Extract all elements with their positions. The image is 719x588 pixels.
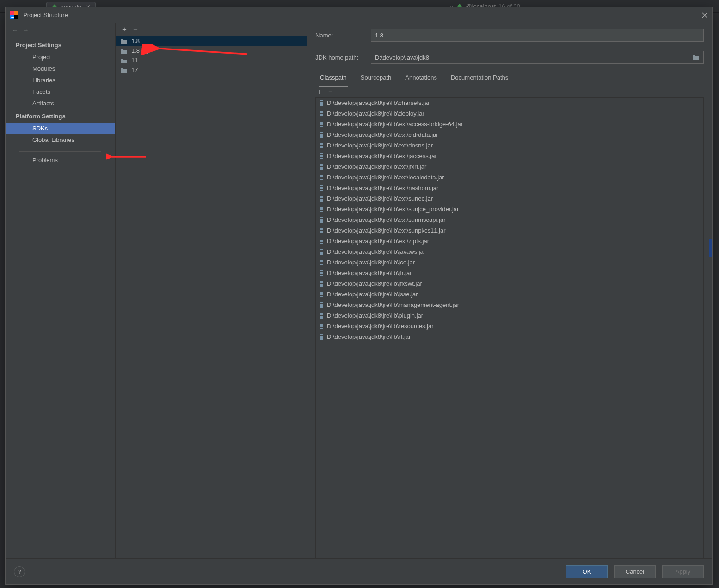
svg-rect-91 [320, 326, 323, 326]
sdk-item[interactable]: 11 [116, 55, 307, 65]
classpath-row[interactable]: D:\develop\java\jdk8\jre\lib\ext\sunec.j… [316, 193, 703, 204]
add-classpath-icon[interactable] [317, 88, 322, 96]
classpath-path: D:\develop\java\jdk8\jre\lib\javaws.jar [327, 248, 425, 255]
svg-rect-75 [320, 283, 323, 284]
sdk-detail: Name: JDK home path: D:\develop\java\jdk… [307, 23, 712, 558]
sdk-toolbar [116, 23, 307, 36]
classpath-row[interactable]: D:\develop\java\jdk8\jre\lib\deploy.jar [316, 108, 703, 119]
jar-icon [319, 110, 324, 117]
path-value-box: D:\develop\java\jdk8 [371, 51, 704, 64]
ok-button[interactable]: OK [566, 565, 608, 578]
browse-folder-icon[interactable] [692, 54, 700, 61]
tab-classpath[interactable]: Classpath [319, 70, 348, 87]
classpath-row[interactable]: D:\develop\java\jdk8\jre\lib\ext\zipfs.j… [316, 236, 703, 246]
dialog-footer: ? OK Cancel Apply [6, 558, 712, 584]
svg-rect-28 [320, 157, 323, 158]
svg-rect-42 [320, 197, 323, 197]
sidebar-item-global-libraries[interactable]: Global Libraries [6, 134, 115, 146]
svg-rect-4 [11, 17, 14, 18]
classpath-row[interactable]: D:\develop\java\jdk8\jre\lib\plugin.jar [316, 310, 703, 321]
svg-rect-79 [320, 294, 323, 294]
sidebar-item-sdks[interactable]: SDKs [6, 122, 115, 134]
jar-icon [319, 249, 324, 255]
sidebar-item-problems[interactable]: Problems [6, 154, 115, 166]
sidebar-item-artifacts[interactable]: Artifacts [6, 98, 115, 109]
classpath-list[interactable]: D:\develop\java\jdk8\jre\lib\charsets.ja… [315, 98, 704, 558]
classpath-row[interactable]: D:\develop\java\jdk8\jre\lib\management-… [316, 300, 703, 310]
sidebar-item-libraries[interactable]: Libraries [6, 74, 115, 86]
apply-button[interactable]: Apply [662, 565, 704, 578]
sdk-label: 1.8 [131, 37, 140, 44]
svg-rect-47 [320, 209, 323, 209]
remove-sdk-icon[interactable] [133, 25, 138, 33]
svg-rect-20 [320, 136, 323, 136]
remove-classpath-icon[interactable] [328, 88, 333, 96]
classpath-row[interactable]: D:\develop\java\jdk8\jre\lib\resources.j… [316, 321, 703, 331]
svg-rect-23 [320, 145, 323, 146]
svg-rect-55 [320, 230, 323, 231]
folder-icon [120, 57, 128, 64]
svg-rect-92 [320, 327, 323, 328]
classpath-row[interactable]: D:\develop\java\jdk8\jre\lib\ext\jaccess… [316, 151, 703, 161]
jar-icon [319, 312, 324, 319]
sidebar-item-project[interactable]: Project [6, 51, 115, 63]
cancel-button[interactable]: Cancel [614, 565, 656, 578]
help-icon[interactable]: ? [14, 566, 25, 577]
sdk-item[interactable]: 1.8 [116, 36, 307, 46]
svg-rect-64 [320, 253, 323, 253]
classpath-row[interactable]: D:\develop\java\jdk8\jre\lib\ext\nashorn… [316, 183, 703, 193]
classpath-row[interactable]: D:\develop\java\jdk8\jre\lib\ext\sunmsca… [316, 214, 703, 225]
sdk-name-input[interactable] [371, 29, 704, 42]
tab-documentation[interactable]: Documentation Paths [450, 70, 509, 86]
sidebar-divider [19, 151, 101, 152]
sdk-panel: 1.81.8 (2)1117 [116, 23, 307, 558]
jar-icon [319, 302, 324, 308]
nav-back-icon[interactable]: ← [12, 26, 18, 33]
sidebar-item-modules[interactable]: Modules [6, 63, 115, 74]
classpath-row[interactable]: D:\develop\java\jdk8\jre\lib\javaws.jar [316, 246, 703, 257]
classpath-row[interactable]: D:\develop\java\jdk8\jre\lib\ext\jfxrt.j… [316, 161, 703, 172]
classpath-row[interactable]: D:\develop\java\jdk8\jre\lib\ext\dnsns.j… [316, 140, 703, 151]
classpath-path: D:\develop\java\jdk8\jre\lib\jsse.jar [327, 291, 418, 298]
classpath-row[interactable]: D:\develop\java\jdk8\jre\lib\jfxswt.jar [316, 278, 703, 289]
sdk-label: 1.8 (2) [131, 47, 149, 54]
jar-icon [319, 238, 324, 245]
classpath-row[interactable]: D:\develop\java\jdk8\jre\lib\jsse.jar [316, 289, 703, 300]
classpath-path: D:\develop\java\jdk8\jre\lib\ext\jaccess… [327, 153, 437, 159]
classpath-row[interactable]: D:\develop\java\jdk8\jre\lib\ext\cldrdat… [316, 129, 703, 140]
sdk-list[interactable]: 1.81.8 (2)1117 [116, 36, 307, 75]
classpath-row[interactable]: D:\develop\java\jdk8\jre\lib\jce.jar [316, 257, 703, 268]
close-icon[interactable] [702, 12, 707, 18]
classpath-row[interactable]: D:\develop\java\jdk8\jre\lib\charsets.ja… [316, 98, 703, 108]
classpath-row[interactable]: D:\develop\java\jdk8\jre\lib\ext\sunjce_… [316, 204, 703, 214]
classpath-path: D:\develop\java\jdk8\jre\lib\rt.jar [327, 333, 411, 340]
tab-sourcepath[interactable]: Sourcepath [360, 70, 393, 86]
svg-rect-52 [320, 221, 323, 221]
classpath-row[interactable]: D:\develop\java\jdk8\jre\lib\jfr.jar [316, 268, 703, 278]
project-structure-dialog: Project Structure ← → Project Settings P… [5, 7, 713, 585]
sdk-item[interactable]: 1.8 (2) [116, 46, 307, 55]
svg-rect-43 [320, 198, 323, 199]
sdk-item[interactable]: 17 [116, 65, 307, 75]
classpath-path: D:\develop\java\jdk8\jre\lib\jce.jar [327, 259, 415, 266]
jar-icon [319, 259, 324, 266]
classpath-row[interactable]: D:\develop\java\jdk8\jre\lib\ext\access-… [316, 119, 703, 129]
svg-rect-56 [320, 232, 323, 232]
classpath-row[interactable]: D:\develop\java\jdk8\jre\lib\ext\localed… [316, 172, 703, 183]
classpath-path: D:\develop\java\jdk8\jre\lib\ext\sunec.j… [327, 195, 433, 202]
svg-rect-46 [320, 208, 323, 208]
classpath-row[interactable]: D:\develop\java\jdk8\jre\lib\ext\sunpkcs… [316, 225, 703, 236]
svg-rect-1 [10, 11, 14, 15]
svg-rect-87 [320, 315, 323, 316]
svg-rect-74 [320, 282, 323, 282]
add-sdk-icon[interactable] [122, 25, 127, 33]
classpath-path: D:\develop\java\jdk8\jre\lib\plugin.jar [327, 312, 423, 319]
svg-rect-78 [320, 293, 323, 293]
name-label: Name: [315, 32, 366, 39]
jar-icon [319, 164, 324, 170]
classpath-row[interactable]: D:\develop\java\jdk8\jre\lib\rt.jar [316, 331, 703, 342]
tab-annotations[interactable]: Annotations [404, 70, 438, 86]
folder-icon [120, 48, 128, 54]
sidebar-item-facets[interactable]: Facets [6, 86, 115, 98]
nav-forward-icon[interactable]: → [23, 26, 29, 33]
